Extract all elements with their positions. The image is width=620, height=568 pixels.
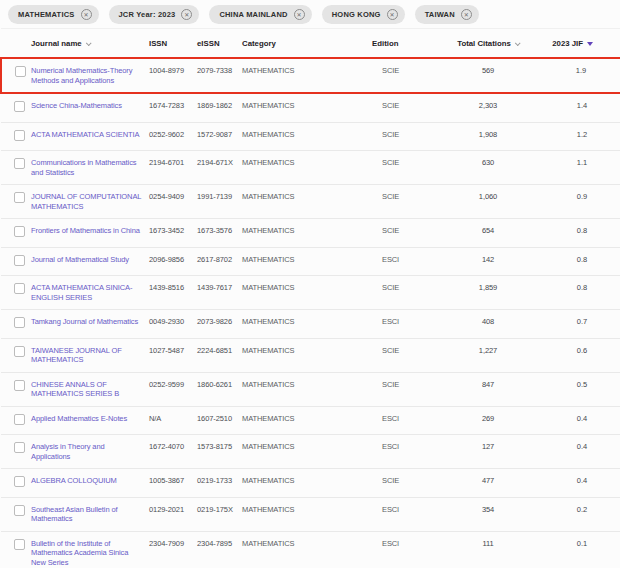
- edition-value: SCIE: [370, 372, 450, 406]
- journal-name-link[interactable]: Bulletin of the Institute of Mathematics…: [31, 539, 128, 567]
- journals-table-card: Journal name ISSN eISSN Category Edition…: [0, 28, 620, 568]
- remove-filter-icon[interactable]: ✕: [81, 9, 92, 20]
- jif-value: 0.7: [526, 310, 620, 339]
- journal-table-row: Southeast Asian Bulletin of Mathematics …: [1, 497, 620, 531]
- journal-name-link[interactable]: Frontiers of Mathematics in China: [31, 226, 140, 235]
- total-citations-value: 269: [450, 406, 526, 435]
- journal-name-link[interactable]: Science China-Mathematics: [31, 101, 122, 110]
- edition-value: ESCI: [370, 497, 450, 531]
- category-value: MATHEMATICS: [240, 406, 370, 435]
- journal-name-link[interactable]: Tamkang Journal of Mathematics: [31, 317, 138, 326]
- issn-value: 1674-7283: [147, 93, 195, 122]
- row-select-checkbox[interactable]: [14, 476, 25, 487]
- eissn-value: 1991-7139: [195, 185, 240, 219]
- remove-filter-icon[interactable]: ✕: [181, 9, 192, 20]
- table-header-row: Journal name ISSN eISSN Category Edition…: [1, 29, 620, 59]
- category-value: MATHEMATICS: [240, 338, 370, 372]
- row-select-checkbox[interactable]: [14, 226, 25, 237]
- journal-name-link[interactable]: Applied Mathematics E-Notes: [31, 414, 127, 423]
- total-citations-value: 2,303: [450, 93, 526, 122]
- row-select-checkbox[interactable]: [14, 346, 25, 357]
- category-value: MATHEMATICS: [240, 469, 370, 498]
- filter-chip: CHINA MAINLAND ✕: [209, 5, 311, 24]
- edition-value: SCIE: [370, 151, 450, 185]
- row-select-checkbox[interactable]: [14, 539, 25, 550]
- edition-value: ESCI: [370, 247, 450, 276]
- row-select-checkbox[interactable]: [15, 66, 26, 77]
- remove-filter-icon[interactable]: ✕: [461, 9, 472, 20]
- category-value: MATHEMATICS: [240, 372, 370, 406]
- journal-name-link[interactable]: ACTA MATHEMATICA SCIENTIA: [31, 130, 139, 139]
- row-select-checkbox[interactable]: [14, 317, 25, 328]
- column-header-total-citations[interactable]: Total Citations: [450, 29, 526, 59]
- journal-name-link[interactable]: TAIWANESE JOURNAL OF MATHEMATICS: [31, 346, 122, 365]
- edition-value: SCIE: [370, 276, 450, 310]
- journal-name-link[interactable]: Numerical Mathematics-Theory Methods and…: [31, 66, 132, 85]
- jif-value: 1.9: [526, 58, 620, 93]
- journal-name-link[interactable]: CHINESE ANNALS OF MATHEMATICS SERIES B: [31, 380, 119, 399]
- row-select-checkbox[interactable]: [14, 158, 25, 169]
- journal-name-link[interactable]: JOURNAL OF COMPUTATIONAL MATHEMATICS: [31, 192, 141, 211]
- total-citations-header-label: Total Citations: [457, 39, 511, 48]
- edition-value: ESCI: [370, 531, 450, 568]
- journal-table-row: Journal of Mathematical Study 2096-9856 …: [1, 247, 620, 276]
- filter-chip: HONG KONG ✕: [322, 5, 405, 24]
- category-value: MATHEMATICS: [240, 185, 370, 219]
- journal-name-link[interactable]: Analysis in Theory and Applications: [31, 442, 105, 461]
- column-header-issn: ISSN: [147, 29, 195, 59]
- category-value: MATHEMATICS: [240, 310, 370, 339]
- filter-chip-label: CHINA MAINLAND: [219, 10, 287, 19]
- row-select-checkbox[interactable]: [14, 192, 25, 203]
- total-citations-value: 1,227: [450, 338, 526, 372]
- jif-value: 0.2: [526, 497, 620, 531]
- row-select-checkbox[interactable]: [14, 442, 25, 453]
- row-select-checkbox[interactable]: [14, 255, 25, 266]
- total-citations-value: 630: [450, 151, 526, 185]
- issn-value: 0049-2930: [147, 310, 195, 339]
- eissn-value: 1572-9087: [195, 122, 240, 151]
- row-select-checkbox[interactable]: [14, 130, 25, 141]
- total-citations-value: 477: [450, 469, 526, 498]
- edition-value: SCIE: [370, 469, 450, 498]
- journal-table-row: Analysis in Theory and Applications 1672…: [1, 435, 620, 469]
- edition-value: ESCI: [370, 435, 450, 469]
- filter-chip: MATHEMATICS ✕: [8, 5, 99, 24]
- journal-name-link[interactable]: ALGEBRA COLLOQUIUM: [31, 476, 117, 485]
- row-select-checkbox[interactable]: [14, 283, 25, 294]
- row-select-checkbox[interactable]: [14, 414, 25, 425]
- journal-name-link[interactable]: ACTA MATHEMATICA SINICA-ENGLISH SERIES: [31, 283, 132, 302]
- total-citations-value: 354: [450, 497, 526, 531]
- jif-value: 0.6: [526, 338, 620, 372]
- total-citations-value: 654: [450, 219, 526, 248]
- sort-descending-icon: [587, 42, 593, 46]
- total-citations-value: 111: [450, 531, 526, 568]
- eissn-value: 1860-6261: [195, 372, 240, 406]
- edition-value: SCIE: [370, 219, 450, 248]
- journal-name-link[interactable]: Communications in Mathematics and Statis…: [31, 158, 136, 177]
- journal-name-link[interactable]: Journal of Mathematical Study: [31, 255, 129, 264]
- filter-chips-bar: MATHEMATICS ✕ JCR Year: 2023 ✕ CHINA MAI…: [0, 0, 620, 28]
- row-select-checkbox[interactable]: [14, 380, 25, 391]
- row-select-checkbox[interactable]: [14, 101, 25, 112]
- column-header-2023-jif[interactable]: 2023 JIF: [526, 29, 620, 59]
- total-citations-value: 1,859: [450, 276, 526, 310]
- journal-table-row: CHINESE ANNALS OF MATHEMATICS SERIES B 0…: [1, 372, 620, 406]
- remove-filter-icon[interactable]: ✕: [387, 9, 398, 20]
- row-select-checkbox[interactable]: [14, 505, 25, 516]
- journal-table-row: Communications in Mathematics and Statis…: [1, 151, 620, 185]
- edition-value: SCIE: [370, 58, 450, 93]
- jif-value: 0.8: [526, 219, 620, 248]
- journal-table-row: TAIWANESE JOURNAL OF MATHEMATICS 1027-54…: [1, 338, 620, 372]
- eissn-value: 0219-1733: [195, 469, 240, 498]
- issn-value: 0254-9409: [147, 185, 195, 219]
- jif-header-label: 2023 JIF: [552, 39, 583, 48]
- remove-filter-icon[interactable]: ✕: [294, 9, 305, 20]
- jif-value: 0.8: [526, 247, 620, 276]
- jif-value: 0.5: [526, 372, 620, 406]
- column-header-journal-name[interactable]: Journal name: [29, 29, 147, 59]
- total-citations-value: 127: [450, 435, 526, 469]
- jif-value: 0.4: [526, 435, 620, 469]
- journal-table-row: Tamkang Journal of Mathematics 0049-2930…: [1, 310, 620, 339]
- journal-name-link[interactable]: Southeast Asian Bulletin of Mathematics: [31, 505, 118, 524]
- filter-chip: TAIWAN ✕: [415, 5, 479, 24]
